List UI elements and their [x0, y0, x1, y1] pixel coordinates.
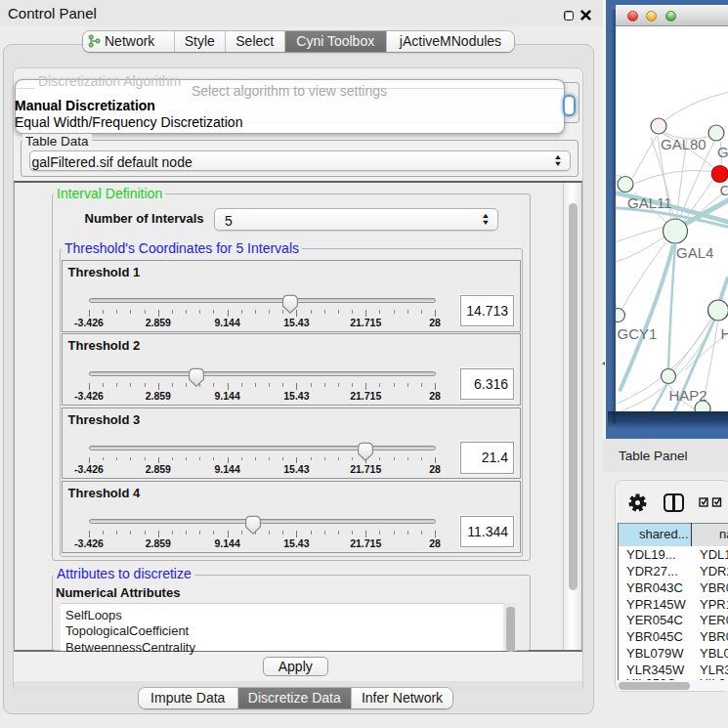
svg-text:CR: CR: [720, 182, 728, 198]
svg-text:H: H: [721, 324, 728, 341]
svg-text:GA: GA: [717, 144, 728, 160]
svg-text:GAL11: GAL11: [627, 193, 672, 210]
svg-text:GAL4: GAL4: [676, 243, 713, 260]
svg-text:GCY1: GCY1: [618, 324, 658, 341]
svg-text:HAP2: HAP2: [669, 386, 707, 403]
svg-text:GAL80: GAL80: [661, 136, 707, 152]
